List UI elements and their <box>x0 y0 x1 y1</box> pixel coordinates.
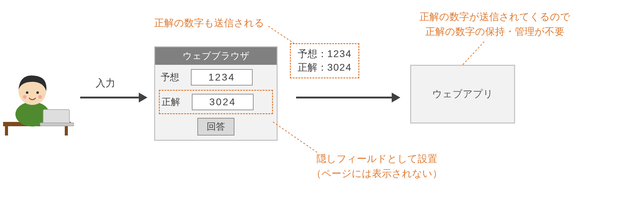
svg-rect-1 <box>5 126 8 135</box>
webapp-label: ウェブアプリ <box>432 87 493 101</box>
browser-title: ウェブブラウザ <box>155 47 277 65</box>
anno-webapp-note: 正解の数字が送信されてくるので 正解の数字の保持・管理が不要 <box>419 9 570 39</box>
submit-button[interactable]: 回答 <box>197 118 234 135</box>
payload-answer-value: 3024 <box>327 62 352 73</box>
answer-input[interactable] <box>192 94 254 110</box>
payload-answer-line: 正解：3024 <box>298 61 352 74</box>
payload-guess-label: 予想： <box>298 48 327 59</box>
user-illustration <box>3 65 74 137</box>
guess-label: 予想 <box>161 71 185 84</box>
payload-guess-line: 予想：1234 <box>298 47 352 61</box>
guess-row: 予想 <box>155 65 277 90</box>
anno-hidden-field-line1: 隠しフィールドとして設置 <box>312 151 442 166</box>
arrow-to-webapp <box>296 93 400 102</box>
anno-hidden-field-line2: （ページには表示されない） <box>312 166 442 181</box>
web-browser-box: ウェブブラウザ 予想 正解 回答 <box>154 46 278 141</box>
anno-hidden-field: 隠しフィールドとして設置 （ページには表示されない） <box>312 151 442 181</box>
svg-point-8 <box>38 95 42 99</box>
payload-guess-value: 1234 <box>327 48 352 59</box>
webapp-box: ウェブアプリ <box>410 65 515 123</box>
svg-rect-2 <box>65 126 68 135</box>
guess-input[interactable] <box>191 69 253 85</box>
svg-point-6 <box>36 91 39 94</box>
svg-point-7 <box>23 95 27 99</box>
payload-answer-label: 正解： <box>298 62 327 73</box>
request-payload-box: 予想：1234 正解：3024 <box>290 43 359 78</box>
arrow-input <box>80 93 147 102</box>
svg-line-14 <box>273 122 318 153</box>
anno-webapp-note-line2: 正解の数字の保持・管理が不要 <box>419 24 570 39</box>
svg-line-13 <box>463 42 484 65</box>
svg-rect-11 <box>40 123 74 126</box>
anno-answer-sent: 正解の数字も送信される <box>154 15 264 30</box>
answer-row-hidden: 正解 <box>159 90 273 114</box>
diagram-stage: 入力 ウェブブラウザ 予想 正解 回答 予想：1234 正解：3024 ウェブア… <box>0 0 644 200</box>
arrow-input-label: 入力 <box>96 77 115 90</box>
anno-webapp-note-line1: 正解の数字が送信されてくるので <box>419 9 570 24</box>
svg-point-5 <box>26 91 28 94</box>
svg-line-12 <box>268 26 296 45</box>
answer-label: 正解 <box>162 96 186 108</box>
